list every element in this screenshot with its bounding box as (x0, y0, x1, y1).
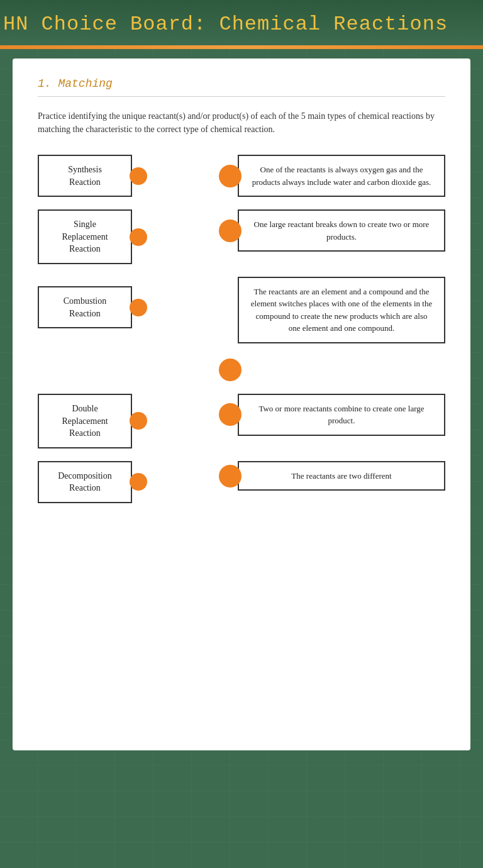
reaction-box-double[interactable]: DoubleReplacementReaction (38, 394, 132, 448)
description-box-combustion[interactable]: One of the reactants is always oxygen ga… (238, 155, 445, 197)
connector-circle-decomposition-left (130, 473, 147, 491)
description-box-synthesis[interactable]: Two or more reactants combine to create … (238, 394, 445, 436)
matching-row-single: SingleReplacementReaction One large reac… (38, 209, 445, 264)
reaction-label-wrapper-single: SingleReplacementReaction (38, 209, 164, 264)
description-box-decomp[interactable]: One large reactant breaks down to create… (238, 209, 445, 252)
reaction-label-wrapper-decomposition: DecompositionReaction (38, 461, 164, 503)
description-wrapper-combustion-desc: One of the reactants is always oxygen ga… (219, 155, 445, 197)
matching-row-decomposition: DecompositionReaction The reactants are … (38, 461, 445, 503)
section-divider (38, 96, 445, 97)
connector-circle-single-left (130, 228, 147, 246)
decomposition-label: DecompositionReaction (58, 471, 112, 493)
connector-circle-decomp-right (219, 220, 242, 242)
page-title: HN Choice Board: Chemical Reactions (3, 13, 474, 36)
matching-row-double: DoubleReplacementReaction Two or more re… (38, 394, 445, 448)
synthesis-label: SynthesisReaction (68, 165, 102, 187)
double-label: DoubleReplacementReaction (62, 404, 108, 438)
section-heading: 1. Matching (38, 77, 445, 90)
reaction-box-decomposition[interactable]: DecompositionReaction (38, 461, 132, 503)
reaction-label-wrapper-double: DoubleReplacementReaction (38, 394, 164, 448)
single-desc-text: The reactants are an element and a compo… (251, 287, 432, 333)
connector-circle-partial-right (219, 465, 242, 487)
description-wrapper-partial-desc: The reactants are two different (219, 461, 445, 491)
section-description: Practice identifying the unique reactant… (38, 109, 445, 136)
description-wrapper-synthesis-desc: Two or more reactants combine to create … (219, 394, 445, 436)
combustion-label: CombustionReaction (64, 296, 106, 318)
connector-circle-single-right (219, 359, 242, 381)
connector-circle-double-left (130, 412, 147, 430)
reaction-box-synthesis[interactable]: SynthesisReaction (38, 155, 132, 197)
main-card: 1. Matching Practice identifying the uni… (13, 58, 470, 750)
accent-bar (0, 45, 483, 49)
synthesis-desc-text: Two or more reactants combine to create … (258, 404, 424, 426)
description-box-single[interactable]: The reactants are an element and a compo… (238, 277, 445, 343)
description-wrapper-decomp-desc: One large reactant breaks down to create… (219, 209, 445, 252)
decomp-desc-text: One large reactant breaks down to create… (254, 220, 430, 242)
reaction-box-single[interactable]: SingleReplacementReaction (38, 209, 132, 264)
description-wrapper-single-desc: The reactants are an element and a compo… (219, 277, 445, 381)
matching-row-synthesis: SynthesisReaction One of the reactants i… (38, 155, 445, 197)
partial-desc-text: The reactants are two different (291, 471, 391, 481)
header: HN Choice Board: Chemical Reactions (0, 0, 483, 45)
reaction-label-wrapper-synthesis: SynthesisReaction (38, 155, 164, 197)
single-label: SingleReplacementReaction (62, 220, 108, 253)
combustion-desc-text: One of the reactants is always oxygen ga… (252, 165, 431, 187)
description-box-partial[interactable]: The reactants are two different (238, 461, 445, 491)
connector-circle-synthesis-left (130, 167, 147, 185)
connector-circle-combustion-right (219, 165, 242, 187)
connector-circle-combustion-left (130, 299, 147, 316)
reaction-box-combustion[interactable]: CombustionReaction (38, 286, 132, 328)
matching-area: SynthesisReaction One of the reactants i… (38, 155, 445, 516)
matching-row-combustion: CombustionReaction The reactants are an … (38, 277, 445, 381)
reaction-label-wrapper-combustion: CombustionReaction (38, 286, 164, 328)
